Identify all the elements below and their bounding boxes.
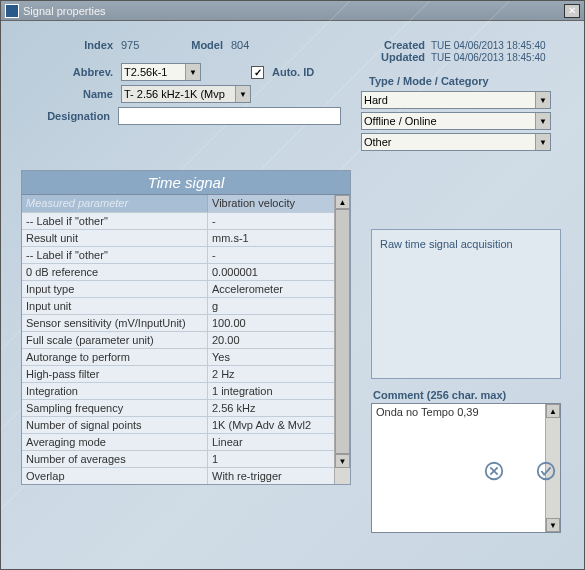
param-header-label: Measured parameter: [22, 195, 207, 212]
model-value: 804: [231, 39, 249, 51]
param-value[interactable]: g: [207, 297, 334, 314]
ok-button[interactable]: [534, 459, 558, 483]
param-label: Input unit: [22, 297, 207, 314]
name-value: T- 2.56 kHz-1K (Mvp: [124, 88, 225, 100]
tmc-header: Type / Mode / Category: [369, 75, 561, 87]
param-value[interactable]: Yes: [207, 348, 334, 365]
time-signal-title: Time signal: [22, 171, 350, 195]
index-value: 975: [121, 39, 181, 51]
param-value[interactable]: 2 Hz: [207, 365, 334, 382]
scroll-down-icon[interactable]: ▼: [335, 454, 350, 468]
updated-label: Updated: [361, 51, 431, 63]
scroll-up-icon[interactable]: ▲: [335, 195, 350, 209]
param-label: Full scale (parameter unit): [22, 331, 207, 348]
param-header-value: Vibration velocity: [207, 195, 334, 212]
category-select[interactable]: Other ▼: [361, 133, 551, 151]
param-value[interactable]: 1: [207, 450, 334, 467]
param-label: High-pass filter: [22, 365, 207, 382]
param-value[interactable]: With re-trigger: [207, 467, 334, 484]
svg-point-4: [538, 463, 555, 480]
param-value[interactable]: 20.00: [207, 331, 334, 348]
time-signal-panel: Time signal Measured parameter-- Label i…: [21, 170, 351, 485]
abbrev-combo[interactable]: T2.56k-1 ▼: [121, 63, 201, 81]
param-value[interactable]: Accelerometer: [207, 280, 334, 297]
comment-label: Comment (256 char. max): [373, 389, 561, 401]
window: Signal properties ✕ Index 975 Model 804 …: [0, 0, 585, 570]
param-label: Averaging mode: [22, 433, 207, 450]
abbrev-label: Abbrev.: [21, 66, 121, 78]
index-label: Index: [21, 39, 121, 51]
param-label: -- Label if "other": [22, 246, 207, 263]
autoid-label: Auto. ID: [272, 66, 314, 78]
chevron-down-icon: ▼: [535, 134, 550, 150]
param-value[interactable]: Linear: [207, 433, 334, 450]
param-value[interactable]: -: [207, 246, 334, 263]
param-value[interactable]: 100.00: [207, 314, 334, 331]
param-label: Autorange to perform: [22, 348, 207, 365]
param-label: Sensor sensitivity (mV/InputUnit): [22, 314, 207, 331]
param-value[interactable]: -: [207, 212, 334, 229]
updated-value: TUE 04/06/2013 18:45:40: [431, 52, 546, 63]
chevron-down-icon: ▼: [535, 92, 550, 108]
designation-label: Designation: [21, 110, 118, 122]
param-value[interactable]: 2.56 kHz: [207, 399, 334, 416]
name-label: Name: [21, 88, 121, 100]
param-label: Input type: [22, 280, 207, 297]
param-label: Number of signal points: [22, 416, 207, 433]
param-label: Integration: [22, 382, 207, 399]
table-scrollbar[interactable]: ▲ ▼: [334, 195, 350, 484]
created-value: TUE 04/06/2013 18:45:40: [431, 40, 546, 51]
cancel-button[interactable]: [482, 459, 506, 483]
param-value[interactable]: mm.s-1: [207, 229, 334, 246]
param-label: Overlap: [22, 467, 207, 484]
param-label: Sampling frequency: [22, 399, 207, 416]
abbrev-value: T2.56k-1: [124, 66, 167, 78]
window-title: Signal properties: [23, 5, 564, 17]
param-label: Number of averages: [22, 450, 207, 467]
acquisition-panel: Raw time signal acquisition: [371, 229, 561, 379]
param-value[interactable]: 1 integration: [207, 382, 334, 399]
close-button[interactable]: ✕: [564, 4, 580, 18]
type-select[interactable]: Hard ▼: [361, 91, 551, 109]
name-combo[interactable]: T- 2.56 kHz-1K (Mvp ▼: [121, 85, 251, 103]
autoid-checkbox[interactable]: ✓: [251, 66, 264, 79]
scroll-up-icon[interactable]: ▲: [546, 404, 560, 418]
chevron-down-icon: ▼: [535, 113, 550, 129]
param-label: -- Label if "other": [22, 212, 207, 229]
chevron-down-icon: ▼: [185, 64, 200, 80]
param-label: Result unit: [22, 229, 207, 246]
param-label: 0 dB reference: [22, 263, 207, 280]
scroll-down-icon[interactable]: ▼: [546, 518, 560, 532]
titlebar: Signal properties ✕: [1, 1, 584, 21]
designation-input[interactable]: [118, 107, 341, 125]
param-value[interactable]: 1K (Mvp Adv & Mvl2: [207, 416, 334, 433]
param-table: Measured parameter-- Label if "other"Res…: [22, 195, 350, 484]
acquisition-text: Raw time signal acquisition: [380, 238, 552, 250]
mode-select[interactable]: Offline / Online ▼: [361, 112, 551, 130]
model-label: Model: [181, 39, 231, 51]
scroll-thumb[interactable]: [335, 209, 350, 454]
chevron-down-icon: ▼: [235, 86, 250, 102]
app-icon: [5, 4, 19, 18]
param-value[interactable]: 0.000001: [207, 263, 334, 280]
created-label: Created: [361, 39, 431, 51]
